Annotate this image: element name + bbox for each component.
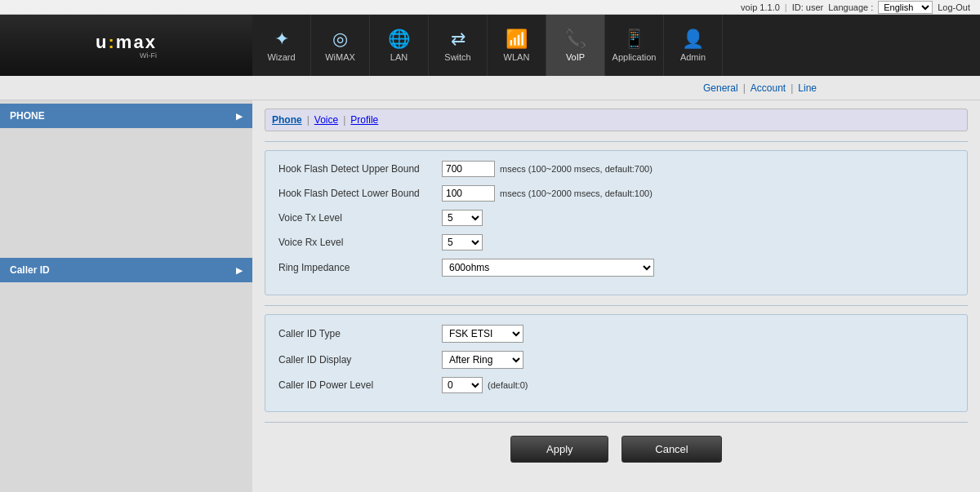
callerid-type-control: FSK ETSIFSK BELLDTMF [442,325,523,343]
nav-label-lan: LAN [390,52,408,62]
hook-lower-control: msecs (100~2000 msecs, default:100) [442,185,653,202]
ring-impedance-control: 600ohms900ohmsComplex [442,259,654,277]
btn-row: Apply Cancel [265,436,968,463]
hook-lower-input[interactable] [442,185,495,202]
hook-upper-input[interactable] [442,161,495,177]
callerid-power-hint: (default:0) [488,380,528,390]
hook-lower-label: Hook Flash Detect Lower Bound [278,188,442,199]
nav-item-switch[interactable]: ⇄ Switch [429,15,488,76]
nav-item-wlan[interactable]: 📶 WLAN [488,15,546,76]
nav-label-admin: Admin [680,52,706,62]
form-row-hook-upper: Hook Flash Detect Upper Bound msecs (100… [278,161,954,177]
form-row-callerid-display: Caller ID Display After RingBefore Ring [278,351,954,369]
second-nav-general[interactable]: General [703,82,738,94]
switch-icon: ⇄ [451,29,466,50]
hook-upper-label: Hook Flash Detect Upper Bound [278,163,442,175]
form-row-ring-impedance: Ring Impedance 600ohms900ohmsComplex [278,259,954,277]
form-row-hook-lower: Hook Flash Detect Lower Bound msecs (100… [278,185,954,202]
callerid-section: Caller ID Type FSK ETSIFSK BELLDTMF Call… [265,314,968,412]
sidebar-phone-label: PHONE [10,110,45,122]
hook-upper-control: msecs (100~2000 msecs, default:700) [442,161,653,177]
nav-item-application[interactable]: 📱 Application [605,15,664,76]
voip-icon: 📞 [564,29,586,50]
tab-phone[interactable]: Phone [272,114,302,126]
wizard-icon: ✦ [274,29,289,50]
version-text: voip 1.1.0 [741,2,780,12]
callerid-type-select[interactable]: FSK ETSIFSK BELLDTMF [442,325,523,343]
form-row-callerid-power: Caller ID Power Level 012345 (default:0) [278,377,954,393]
divider-3 [265,422,968,423]
callerid-display-select[interactable]: After RingBefore Ring [442,351,523,369]
voice-rx-label: Voice Rx Level [278,237,442,248]
tab-voice[interactable]: Voice [314,114,338,126]
top-bar: voip 1.1.0 | ID: user Language : English… [0,0,980,15]
voice-tx-control: 5012346 [442,210,483,226]
phone-arrow-icon: ▶ [236,112,243,121]
nav-label-application: Application [612,52,657,62]
logo-text: u:max [96,32,157,53]
nav-item-wizard[interactable]: ✦ Wizard [252,15,311,76]
hook-upper-hint: msecs (100~2000 msecs, default:700) [500,164,653,174]
tab-profile[interactable]: Profile [350,114,378,126]
admin-icon: 👤 [682,29,704,50]
nav-label-wizard: Wizard [267,52,295,62]
ring-impedance-label: Ring Impedance [278,262,442,273]
voice-tx-label: Voice Tx Level [278,212,442,224]
application-icon: 📱 [623,29,645,50]
hook-lower-hint: msecs (100~2000 msecs, default:100) [500,188,653,198]
nav-label-wimax: WiMAX [325,52,355,62]
form-row-callerid-type: Caller ID Type FSK ETSIFSK BELLDTMF [278,325,954,343]
callerid-display-control: After RingBefore Ring [442,351,523,369]
sidebar-item-phone[interactable]: PHONE ▶ [0,104,252,128]
logo-area: u:max Wi-Fi [0,15,252,76]
voice-tx-select[interactable]: 5012346 [442,210,483,226]
apply-button[interactable]: Apply [510,436,608,463]
callerid-display-label: Caller ID Display [278,354,442,366]
language-select[interactable]: English Chinese Spanish [878,1,933,14]
nav-bar: ✦ Wizard ◎ WiMAX 🌐 LAN ⇄ Switch 📶 WLAN 📞… [252,15,723,76]
nav-item-admin[interactable]: 👤 Admin [664,15,723,76]
voice-rx-select[interactable]: 5012346 [442,234,483,250]
nav-item-voip[interactable]: 📞 VoIP [546,15,605,76]
sidebar-spacer [0,131,252,258]
wlan-icon: 📶 [506,29,528,50]
sidebar-callerid-label: Caller ID [10,264,50,276]
divider-2 [265,305,968,306]
user-id-text: ID: user [792,2,824,12]
sub-tabs: Phone | Voice | Profile [265,109,968,131]
sidebar: PHONE ▶ Caller ID ▶ [0,100,252,492]
callerid-power-select[interactable]: 012345 [442,377,483,393]
phone-section: Hook Flash Detect Upper Bound msecs (100… [265,150,968,295]
language-label: Language : [828,2,873,12]
callerid-power-label: Caller ID Power Level [278,379,442,391]
lan-icon: 🌐 [388,29,410,50]
content-area: Phone | Voice | Profile Hook Flash Detec… [252,100,980,492]
form-row-voice-tx: Voice Tx Level 5012346 [278,210,954,226]
cancel-button[interactable]: Cancel [621,436,721,463]
header-row: u:max Wi-Fi ✦ Wizard ◎ WiMAX 🌐 LAN ⇄ Swi… [0,15,980,76]
sidebar-item-callerid[interactable]: Caller ID ▶ [0,258,252,282]
logout-link[interactable]: Log-Out [938,2,970,12]
second-nav-line[interactable]: Line [798,82,817,94]
callerid-arrow-icon: ▶ [236,266,243,275]
voice-rx-control: 5012346 [442,234,483,250]
second-nav-account[interactable]: Account [751,82,786,94]
callerid-type-label: Caller ID Type [278,328,442,339]
main-layout: PHONE ▶ Caller ID ▶ Phone | Voice | Prof… [0,100,980,492]
nav-label-wlan: WLAN [504,52,530,62]
ring-impedance-select[interactable]: 600ohms900ohmsComplex [442,259,654,277]
nav-item-lan[interactable]: 🌐 LAN [370,15,429,76]
nav-item-wimax[interactable]: ◎ WiMAX [311,15,370,76]
wimax-icon: ◎ [332,29,348,50]
nav-label-switch: Switch [444,52,470,62]
divider-1 [265,141,968,142]
form-row-voice-rx: Voice Rx Level 5012346 [278,234,954,250]
second-nav: General | Account | Line [0,76,980,100]
callerid-power-control: 012345 (default:0) [442,377,528,393]
nav-label-voip: VoIP [566,52,585,62]
